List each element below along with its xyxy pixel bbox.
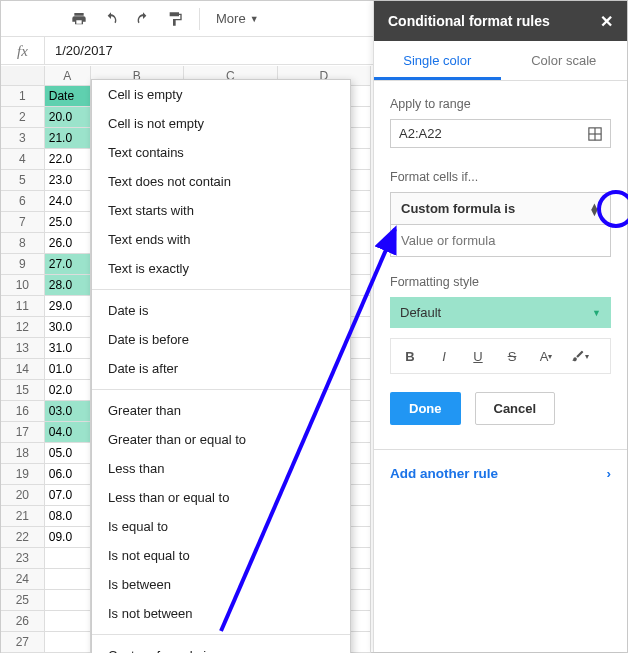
dropdown-item[interactable]: Cell is empty [92,80,350,109]
fill-color-button[interactable]: ▾ [565,343,595,369]
formula-value-input[interactable] [390,225,611,257]
dropdown-item[interactable]: Greater than [92,396,350,425]
cell[interactable]: 21.0 [45,128,91,149]
column-header[interactable]: A [45,66,91,85]
paint-format-icon[interactable] [161,5,189,33]
dropdown-item[interactable]: Date is before [92,325,350,354]
cell[interactable]: 03.0 [45,401,91,422]
cell[interactable]: Date [45,86,91,107]
style-select[interactable]: Default ▼ [390,297,611,328]
tab-single-color[interactable]: Single color [374,41,501,80]
cell[interactable] [45,590,91,611]
cell[interactable]: 02.0 [45,380,91,401]
dropdown-item[interactable]: Date is [92,296,350,325]
cell[interactable]: 24.0 [45,191,91,212]
bold-button[interactable]: B [395,343,425,369]
row-header[interactable]: 7 [1,212,45,233]
underline-button[interactable]: U [463,343,493,369]
range-value: A2:A22 [399,126,442,141]
cell[interactable]: 01.0 [45,359,91,380]
cell[interactable]: 09.0 [45,527,91,548]
strikethrough-button[interactable]: S [497,343,527,369]
dropdown-item[interactable]: Is equal to [92,512,350,541]
cell[interactable] [45,632,91,653]
row-header[interactable]: 23 [1,548,45,569]
cell[interactable]: 31.0 [45,338,91,359]
row-header[interactable]: 12 [1,317,45,338]
cell[interactable] [45,569,91,590]
dropdown-item[interactable]: Is between [92,570,350,599]
row-header[interactable]: 3 [1,128,45,149]
apply-to-range-label: Apply to range [390,97,611,111]
range-input[interactable]: A2:A22 [390,119,611,148]
select-all-corner[interactable] [1,66,45,85]
row-header[interactable]: 14 [1,359,45,380]
row-header[interactable]: 24 [1,569,45,590]
row-header[interactable]: 8 [1,233,45,254]
more-button[interactable]: More ▼ [210,5,265,33]
divider [92,289,350,290]
undo-icon[interactable] [97,5,125,33]
row-header[interactable]: 13 [1,338,45,359]
row-header[interactable]: 17 [1,422,45,443]
dropdown-item[interactable]: Text is exactly [92,254,350,283]
print-icon[interactable] [65,5,93,33]
dropdown-item[interactable]: Text does not contain [92,167,350,196]
dropdown-item[interactable]: Text ends with [92,225,350,254]
row-header[interactable]: 19 [1,464,45,485]
dropdown-item[interactable]: Less than [92,454,350,483]
dropdown-item[interactable]: Text starts with [92,196,350,225]
tab-color-scale[interactable]: Color scale [501,41,628,80]
row-header[interactable]: 5 [1,170,45,191]
done-button[interactable]: Done [390,392,461,425]
row-header[interactable]: 1 [1,86,45,107]
cell[interactable]: 28.0 [45,275,91,296]
cell[interactable] [45,548,91,569]
cell[interactable]: 26.0 [45,233,91,254]
row-header[interactable]: 25 [1,590,45,611]
redo-icon[interactable] [129,5,157,33]
dropdown-item[interactable]: Text contains [92,138,350,167]
close-icon[interactable]: ✕ [600,12,613,31]
cell[interactable]: 27.0 [45,254,91,275]
condition-select[interactable]: Custom formula is ▲▼ [390,192,611,225]
format-toolbar: B I U S A▾ ▾ [390,338,611,374]
add-another-rule[interactable]: Add another rule › [374,449,627,497]
cell[interactable]: 04.0 [45,422,91,443]
row-header[interactable]: 16 [1,401,45,422]
cancel-button[interactable]: Cancel [475,392,556,425]
cell[interactable] [45,611,91,632]
cell[interactable]: 20.0 [45,107,91,128]
row-header[interactable]: 22 [1,527,45,548]
dropdown-item[interactable]: Is not between [92,599,350,628]
cell[interactable]: 23.0 [45,170,91,191]
cell[interactable]: 30.0 [45,317,91,338]
row-header[interactable]: 4 [1,149,45,170]
cell[interactable]: 07.0 [45,485,91,506]
row-header[interactable]: 6 [1,191,45,212]
dropdown-item[interactable]: Greater than or equal to [92,425,350,454]
row-header[interactable]: 9 [1,254,45,275]
dropdown-item[interactable]: Less than or equal to [92,483,350,512]
row-header[interactable]: 10 [1,275,45,296]
cell[interactable]: 06.0 [45,464,91,485]
row-header[interactable]: 20 [1,485,45,506]
cell[interactable]: 29.0 [45,296,91,317]
row-header[interactable]: 11 [1,296,45,317]
dropdown-item[interactable]: Cell is not empty [92,109,350,138]
dropdown-item[interactable]: Custom formula is [92,641,350,653]
row-header[interactable]: 27 [1,632,45,653]
text-color-button[interactable]: A▾ [531,343,561,369]
row-header[interactable]: 18 [1,443,45,464]
cell[interactable]: 08.0 [45,506,91,527]
cell[interactable]: 25.0 [45,212,91,233]
dropdown-item[interactable]: Date is after [92,354,350,383]
cell[interactable]: 05.0 [45,443,91,464]
dropdown-item[interactable]: Is not equal to [92,541,350,570]
cell[interactable]: 22.0 [45,149,91,170]
italic-button[interactable]: I [429,343,459,369]
row-header[interactable]: 2 [1,107,45,128]
row-header[interactable]: 21 [1,506,45,527]
row-header[interactable]: 15 [1,380,45,401]
row-header[interactable]: 26 [1,611,45,632]
